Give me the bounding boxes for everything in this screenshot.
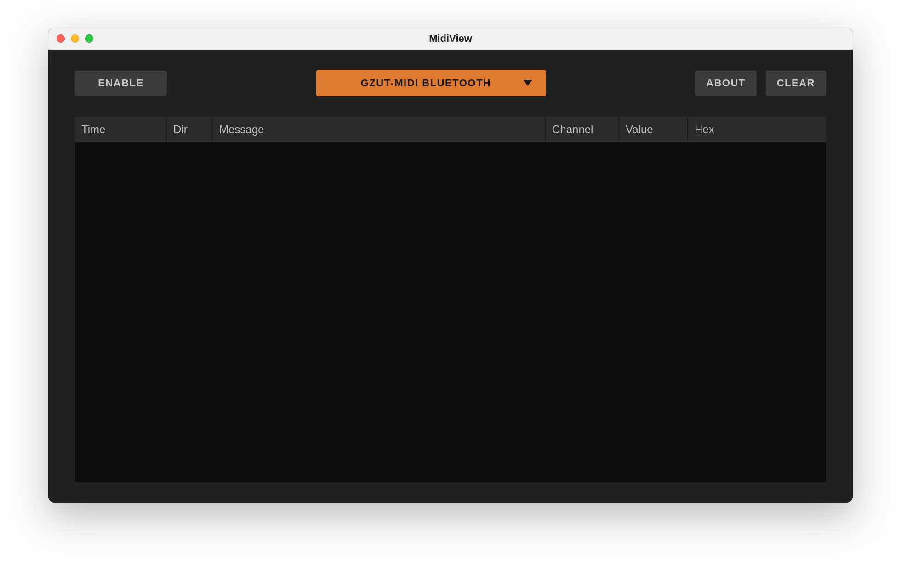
window-controls	[48, 34, 93, 43]
table-body-empty[interactable]	[75, 142, 826, 482]
about-button[interactable]: ABOUT	[695, 71, 757, 96]
app-window: MidiView ENABLE GZUT-MIDI BLUETOOTH ABOU…	[48, 28, 853, 503]
column-header-hex[interactable]: Hex	[688, 117, 826, 142]
column-header-message[interactable]: Message	[213, 117, 546, 142]
fullscreen-icon[interactable]	[85, 34, 93, 43]
window-title: MidiView	[48, 33, 853, 45]
content-area: ENABLE GZUT-MIDI BLUETOOTH ABOUT CLEAR T…	[48, 50, 853, 503]
chevron-down-icon	[523, 77, 532, 89]
enable-button[interactable]: ENABLE	[75, 71, 167, 96]
clear-button[interactable]: CLEAR	[766, 71, 826, 96]
column-header-dir[interactable]: Dir	[167, 117, 213, 142]
right-button-group: ABOUT CLEAR	[695, 71, 826, 96]
device-selected-label: GZUT-MIDI BLUETOOTH	[361, 77, 491, 89]
close-icon[interactable]	[57, 34, 65, 43]
svg-marker-0	[523, 80, 532, 86]
column-header-channel[interactable]: Channel	[546, 117, 619, 142]
device-dropdown[interactable]: GZUT-MIDI BLUETOOTH	[316, 70, 546, 96]
minimize-icon[interactable]	[71, 34, 79, 43]
titlebar[interactable]: MidiView	[48, 28, 853, 50]
column-header-time[interactable]: Time	[75, 117, 167, 142]
column-header-value[interactable]: Value	[619, 117, 688, 142]
toolbar: ENABLE GZUT-MIDI BLUETOOTH ABOUT CLEAR	[75, 70, 826, 96]
table-header: Time Dir Message Channel Value Hex	[75, 117, 826, 142]
midi-log-table: Time Dir Message Channel Value Hex	[75, 117, 826, 482]
